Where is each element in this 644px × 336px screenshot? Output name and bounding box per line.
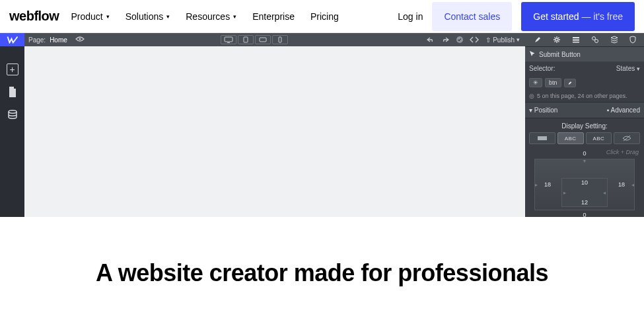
- nav-label: Enterprise: [252, 11, 295, 22]
- nav-product[interactable]: Product▾: [71, 11, 109, 22]
- nav-enterprise[interactable]: Enterprise: [252, 11, 295, 22]
- selector-all-tag[interactable]: ✳: [529, 78, 542, 87]
- style-panel: Submit Button Selector: States ▾ ✳ btn ◎…: [525, 33, 644, 217]
- svg-point-0: [9, 110, 17, 113]
- padding-bottom-value[interactable]: 12: [581, 199, 588, 206]
- get-started-button[interactable]: Get started — it's free: [521, 2, 635, 31]
- padding-top-value[interactable]: 10: [581, 179, 588, 186]
- svg-rect-4: [244, 37, 248, 42]
- nav-label: Product: [71, 11, 102, 22]
- svg-rect-5: [260, 38, 266, 42]
- selected-element-label: Submit Button: [539, 51, 581, 58]
- publish-button[interactable]: ⇧Publish▾: [482, 36, 523, 44]
- triangle-right-icon: ▸: [535, 182, 538, 188]
- check-icon[interactable]: [453, 35, 466, 44]
- display-block-button[interactable]: [529, 132, 555, 144]
- hint-note: Click + Drag: [606, 149, 639, 156]
- pages-icon[interactable]: [7, 86, 18, 98]
- svg-rect-14: [538, 136, 547, 140]
- margin-top-value[interactable]: 0: [583, 150, 586, 157]
- page-headline: A website creator made for professionals: [0, 217, 644, 288]
- margin-left-value[interactable]: 18: [544, 181, 551, 188]
- states-label: States: [616, 65, 635, 72]
- redo-icon[interactable]: [439, 35, 452, 44]
- position-label: Position: [534, 106, 558, 114]
- chevron-down-icon: ▾: [637, 65, 640, 72]
- display-none-button[interactable]: [614, 132, 640, 144]
- triangle-down-icon: ▾: [583, 158, 586, 164]
- target-icon: ◎: [529, 93, 534, 99]
- device-desktop-icon[interactable]: [221, 35, 236, 44]
- nav-resources[interactable]: Resources▾: [186, 11, 236, 22]
- svg-rect-6: [279, 37, 281, 42]
- nav-label: Resources: [186, 11, 230, 22]
- manager-icon[interactable]: [610, 36, 618, 44]
- triangle-left-icon: ◂: [631, 182, 634, 188]
- undo-icon[interactable]: [424, 35, 437, 44]
- margin-bottom-value[interactable]: 0: [583, 212, 586, 218]
- svg-rect-10: [573, 40, 579, 41]
- get-started-suffix: — it's free: [579, 11, 623, 22]
- interactions-icon[interactable]: [591, 36, 599, 44]
- device-mobile-icon[interactable]: [272, 35, 288, 44]
- device-tablet-landscape-icon[interactable]: [255, 35, 271, 44]
- margin-right-value[interactable]: 18: [618, 181, 625, 188]
- display-inline-button[interactable]: ABC: [586, 132, 612, 144]
- nav-label: Solutions: [125, 11, 164, 22]
- add-element-icon[interactable]: +: [7, 63, 18, 75]
- states-dropdown[interactable]: States ▾: [616, 65, 640, 72]
- triangle-left-icon: ◂: [603, 190, 606, 196]
- canvas-wrap: [24, 46, 525, 217]
- brand-logo[interactable]: webflow: [9, 9, 59, 24]
- svg-rect-9: [573, 37, 579, 38]
- webflow-w-icon[interactable]: [0, 33, 24, 46]
- svg-point-1: [79, 38, 81, 40]
- chevron-down-icon: ▾: [517, 36, 520, 43]
- chevron-down-icon: ▾: [106, 13, 110, 20]
- editor-topbar: Page: Home ⇧Publish▾: [24, 33, 525, 46]
- cms-icon[interactable]: [7, 108, 18, 120]
- svg-rect-3: [227, 42, 230, 43]
- preview-icon[interactable]: [75, 36, 85, 44]
- svg-point-12: [592, 37, 595, 40]
- selector-label: Selector:: [529, 65, 555, 72]
- display-setting-label: Display Setting:: [525, 118, 644, 132]
- display-inlineblock-button[interactable]: ABC: [557, 132, 584, 144]
- page-label: Page:: [28, 36, 46, 44]
- position-section-label[interactable]: ▾ Position: [529, 106, 557, 114]
- publish-label: Publish: [493, 36, 515, 44]
- nav-pricing[interactable]: Pricing: [310, 11, 339, 22]
- code-icon[interactable]: [468, 35, 481, 44]
- shield-icon[interactable]: [629, 36, 636, 44]
- chevron-down-icon: ▾: [166, 13, 170, 20]
- get-started-label: Get started: [533, 11, 579, 22]
- canvas[interactable]: [24, 46, 525, 217]
- rocket-icon: ⇧: [485, 36, 491, 44]
- svg-rect-2: [225, 37, 233, 42]
- nav-solutions[interactable]: Solutions▾: [125, 11, 170, 22]
- contact-sales-button[interactable]: Contact sales: [432, 2, 512, 31]
- device-tablet-icon[interactable]: [238, 35, 254, 44]
- advanced-label: Advanced: [611, 106, 640, 114]
- page-name[interactable]: Home: [50, 36, 67, 44]
- chevron-down-icon: ▾: [233, 13, 236, 20]
- selector-count: 5 on this page, 24 on other pages.: [537, 93, 627, 99]
- nav-label: Pricing: [310, 11, 339, 22]
- svg-rect-11: [573, 42, 579, 43]
- designer-editor: + Page: Home: [0, 33, 644, 217]
- svg-point-8: [555, 38, 558, 41]
- left-toolbar: +: [0, 33, 24, 217]
- cursor-icon: [529, 50, 536, 58]
- advanced-toggle[interactable]: ▪ Advanced: [607, 106, 640, 114]
- triangle-right-icon: ▸: [563, 190, 566, 196]
- layout-icon[interactable]: [572, 36, 580, 43]
- style-brush-icon[interactable]: [534, 36, 542, 44]
- selector-class-tag[interactable]: btn: [545, 78, 561, 87]
- svg-point-13: [594, 40, 598, 43]
- settings-gear-icon[interactable]: [553, 36, 561, 44]
- selector-edit-icon[interactable]: [564, 79, 576, 87]
- box-model[interactable]: Click + Drag 0 ▾ ▸ ◂ 18 18 10 12 ▸ ◂ 0: [529, 151, 640, 210]
- login-link[interactable]: Log in: [398, 11, 423, 22]
